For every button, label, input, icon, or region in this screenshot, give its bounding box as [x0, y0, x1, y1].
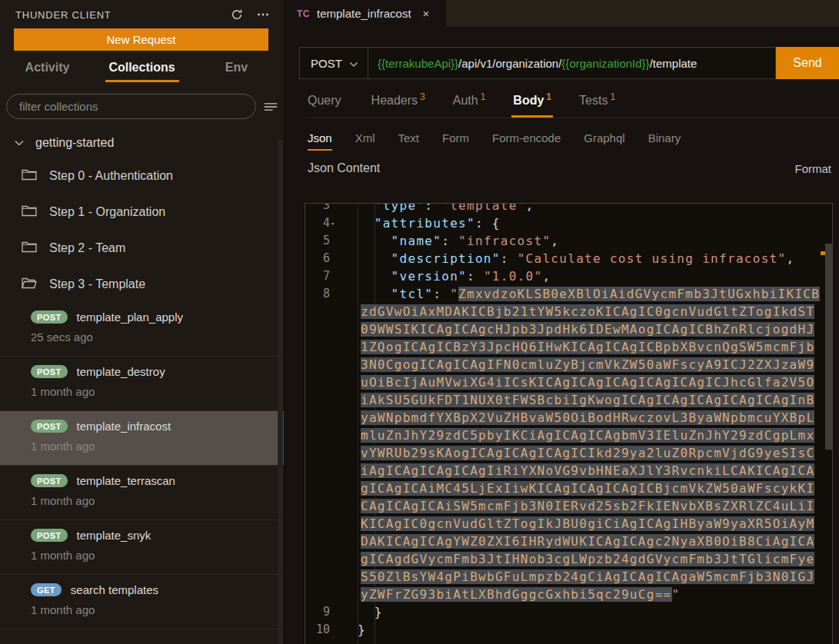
editor-tab-template_infracost[interactable]: TC template_infracost ×	[285, 0, 446, 27]
url-variable: {{terrakubeApi}}	[378, 57, 458, 70]
code-line[interactable]: 8 "tcl": "ZmxvdzoKLSB0eXBlOiAidGVycmFmb3…	[305, 285, 832, 603]
editor-overview-ruler	[820, 204, 825, 644]
tab-graphql[interactable]: Graphql	[584, 131, 624, 151]
code-line[interactable]: 3 "type": "template",	[305, 203, 832, 214]
thunder-client-app: THUNDER CLIENT New Request Activity Coll…	[0, 0, 839, 644]
tab-text[interactable]: Text	[398, 131, 420, 151]
tab-auth[interactable]: Auth1	[453, 91, 486, 118]
method-select[interactable]: POST	[299, 47, 368, 79]
collections-tree: getting-started Step 0 - Authentication …	[0, 130, 284, 629]
line-number: 9	[305, 603, 341, 621]
folder-step-1-organization[interactable]: Step 1 - Organization	[0, 194, 284, 230]
more-actions-icon[interactable]	[256, 8, 270, 22]
collection-getting-started[interactable]: getting-started	[0, 130, 284, 158]
method-badge: POST	[31, 420, 68, 433]
tab-env[interactable]: Env	[189, 61, 284, 82]
code-line[interactable]: 7 "version": "1.0.0",	[305, 267, 832, 285]
fold-icon[interactable]: ▾	[331, 215, 335, 233]
close-tab-icon[interactable]: ×	[423, 7, 430, 20]
sidebar-title: THUNDER CLIENT	[15, 9, 112, 21]
editor-scrollbar[interactable]	[825, 204, 832, 644]
folder-label: Step 2 - Team	[49, 241, 125, 255]
request-name: template_plan_apply	[77, 310, 183, 324]
tab-badge: 1	[546, 91, 551, 102]
tab-badge: 3	[420, 91, 425, 102]
line-number: 6	[305, 250, 341, 267]
format-button[interactable]: Format	[794, 162, 831, 175]
new-request-button[interactable]: New Request	[14, 28, 268, 51]
url-text: /api/v1/organization/	[458, 57, 561, 70]
folder-step-0-authentication[interactable]: Step 0 - Authentication	[0, 158, 284, 194]
tab-headers[interactable]: Headers3	[371, 91, 425, 118]
token-str: "Calculate cost using infracost"	[518, 251, 787, 266]
tab-query[interactable]: Query	[308, 91, 344, 118]
tab-activity[interactable]: Activity	[0, 61, 95, 82]
method-badge: GET	[31, 583, 62, 596]
url-input[interactable]: {{terrakubeApi}}/api/v1/organization/{{o…	[368, 47, 776, 79]
tab-tests[interactable]: Tests1	[579, 91, 615, 118]
line-number: 8	[305, 285, 341, 603]
filter-collections-input[interactable]	[6, 94, 256, 119]
token-key: "tcl"	[341, 287, 433, 301]
line-number: 3	[305, 203, 341, 214]
tab-form[interactable]: Form	[442, 131, 469, 151]
request-template_plan_apply[interactable]: POST template_plan_apply 25 secs ago	[0, 302, 284, 356]
tab-binary[interactable]: Binary	[648, 131, 681, 151]
code-line[interactable]: 9 }	[305, 603, 832, 621]
sidebar-scrollbar[interactable]	[278, 140, 283, 644]
token-key: "description"	[341, 251, 501, 266]
code-text: "tcl": "ZmxvdzoKLSB0eXBlOiAidGVycmFmb3Jt…	[341, 285, 832, 603]
request-template_destroy[interactable]: POST template_destroy 1 month ago	[0, 357, 284, 410]
collections-menu-icon[interactable]	[264, 100, 278, 114]
scrollbar-thumb[interactable]	[825, 244, 832, 450]
code-text: "description": "Calculate cost using inf…	[341, 250, 832, 267]
method-badge: POST	[31, 365, 68, 378]
token-key: "name"	[341, 234, 441, 248]
token-key: "version"	[341, 269, 467, 284]
editor-tab-title: template_infracost	[317, 7, 411, 20]
line-number: 4▾	[305, 214, 341, 232]
editor-tabstrip: TC template_infracost ×	[285, 0, 839, 27]
method-badge: POST	[31, 474, 68, 487]
request-template_infracost[interactable]: POST template_infracost 1 month ago	[0, 411, 284, 465]
send-button[interactable]: Send	[776, 47, 839, 79]
code-line[interactable]: 5 "name": "infracost",	[305, 232, 832, 250]
tab-xml[interactable]: Xml	[355, 131, 375, 151]
request-time: 1 month ago	[31, 440, 284, 453]
request-template_terrascan[interactable]: POST template_terrascan 1 month ago	[0, 466, 284, 520]
request-name: search templates	[71, 583, 158, 596]
token-punct: :	[467, 269, 484, 284]
code-line[interactable]: 10 }	[305, 621, 832, 639]
request-template_snyk[interactable]: POST template_snyk 1 month ago	[0, 520, 284, 574]
folder-step-3-template[interactable]: Step 3 - Template	[0, 266, 284, 302]
token-punct: ,	[551, 234, 559, 248]
divider	[0, 629, 284, 629]
folder-step-2-team[interactable]: Step 2 - Team	[0, 230, 284, 266]
url-text: /template	[650, 57, 698, 70]
tab-collections[interactable]: Collections	[95, 61, 189, 82]
token-punct: ,	[542, 269, 551, 284]
token-punct: ,	[526, 203, 534, 213]
request-time: 1 month ago	[31, 385, 284, 398]
refresh-icon[interactable]	[230, 8, 244, 22]
tab-form-encode[interactable]: Form-encode	[492, 131, 561, 151]
tab-body[interactable]: Body1	[513, 91, 551, 118]
json-content-label: Json Content	[308, 161, 380, 175]
code-text: "name": "infracost",	[341, 232, 832, 250]
sidebar-header: THUNDER CLIENT	[0, 0, 284, 22]
request-time: 25 secs ago	[31, 330, 284, 344]
request-name: template_terrascan	[77, 474, 175, 487]
code-line[interactable]: 4▾ "attributes": {	[305, 214, 832, 232]
tab-json[interactable]: Json	[308, 131, 332, 151]
request-time: 1 month ago	[31, 494, 284, 507]
token-punct: :	[433, 287, 450, 301]
token-punct: :	[424, 203, 441, 213]
code-line[interactable]: 6 "description": "Calculate cost using i…	[305, 250, 832, 267]
token-str: "	[672, 587, 681, 602]
token-punct: }	[341, 605, 383, 619]
json-editor[interactable]: 3 "type": "template",4▾ "attributes": {5…	[305, 203, 833, 644]
request-search-templates[interactable]: GET search templates 1 month ago	[0, 575, 284, 629]
url-variable: {{organizationId}}	[561, 57, 649, 70]
token-key: "attributes"	[341, 216, 475, 231]
code-text: "attributes": {	[341, 214, 832, 232]
